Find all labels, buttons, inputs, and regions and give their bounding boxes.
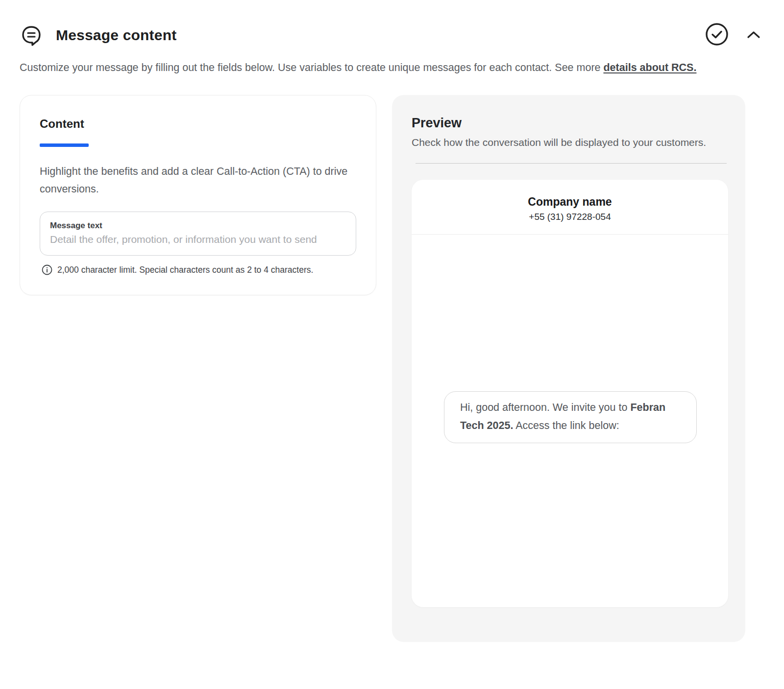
chevron-up-icon	[747, 30, 760, 41]
section-description-text: Customize your message by filling out th…	[20, 62, 603, 73]
rcs-details-link[interactable]: details about RCS.	[603, 62, 696, 73]
page-title: Message content	[56, 27, 176, 44]
check-circle-icon	[705, 22, 729, 48]
preview-subtitle: Check how the conversation will be displ…	[412, 137, 727, 148]
message-text-after: Access the link below:	[513, 420, 619, 431]
collapse-section-button[interactable]	[747, 30, 760, 41]
message-content-page: Message content Customize your message b…	[0, 0, 784, 689]
tab-active-indicator	[40, 143, 89, 147]
message-bubble-icon	[20, 24, 43, 47]
header-actions	[705, 22, 764, 48]
message-text-fieldbox[interactable]: Message text	[40, 212, 356, 256]
info-icon	[42, 264, 52, 275]
phone-conversation-header: Company name +55 (31) 97228-054	[412, 180, 728, 235]
character-limit-hint: 2,000 character limit. Special character…	[40, 264, 356, 275]
company-name: Company name	[421, 195, 718, 209]
message-text-input[interactable]	[50, 234, 345, 245]
section-description: Customize your message by filling out th…	[20, 59, 740, 76]
preview-panel: Preview Check how the conversation will …	[392, 95, 745, 642]
section-header: Message content	[20, 22, 764, 48]
content-card: Content Highlight the benefits and add a…	[20, 95, 376, 295]
phone-conversation-body: Hi, good afternoon. We invite you to Feb…	[412, 235, 728, 607]
tab-content-label: Content	[40, 117, 356, 131]
tab-content[interactable]: Content	[40, 117, 356, 147]
preview-title: Preview	[412, 116, 727, 131]
character-limit-text: 2,000 character limit. Special character…	[57, 265, 313, 275]
main-columns: Content Highlight the benefits and add a…	[20, 95, 764, 642]
message-text-before: Hi, good afternoon. We invite you to	[460, 402, 630, 413]
preview-divider	[416, 163, 727, 164]
phone-preview: Company name +55 (31) 97228-054 Hi, good…	[412, 180, 728, 607]
incoming-message-bubble: Hi, good afternoon. We invite you to Feb…	[444, 391, 697, 443]
phone-number: +55 (31) 97228-054	[421, 212, 718, 222]
message-text-label: Message text	[50, 221, 345, 231]
content-description: Highlight the benefits and add a clear C…	[40, 163, 356, 198]
